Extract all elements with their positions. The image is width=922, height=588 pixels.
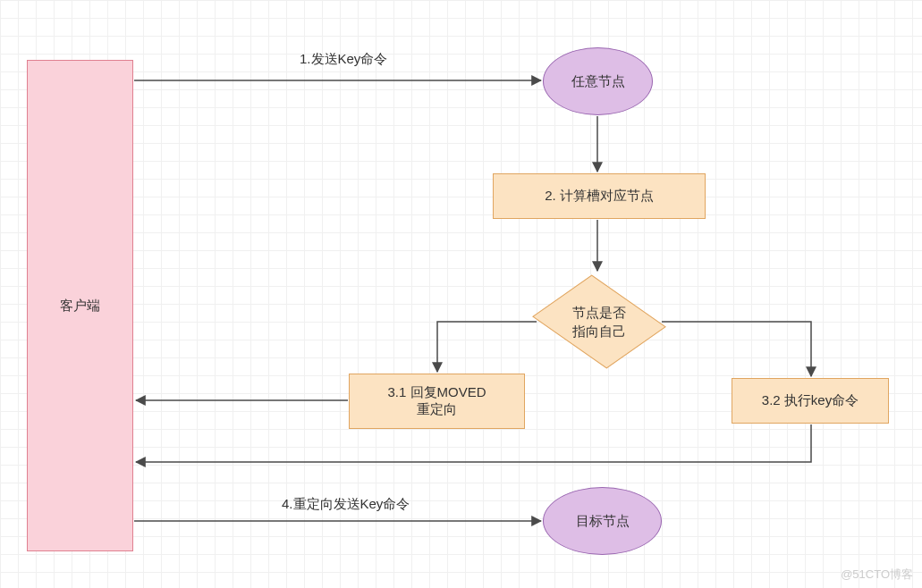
decision-diamond: 节点是否 指向自己 bbox=[537, 273, 662, 371]
watermark: @51CTO博客 bbox=[841, 567, 913, 583]
edge-label-4: 4.重定向发送Key命令 bbox=[282, 496, 410, 513]
step31-box: 3.1 回复MOVED 重定向 bbox=[349, 374, 525, 429]
step2-label: 2. 计算槽对应节点 bbox=[545, 188, 654, 205]
edge-label-1: 1.发送Key命令 bbox=[300, 51, 387, 68]
client-label: 客户端 bbox=[60, 298, 100, 315]
step32-box: 3.2 执行key命令 bbox=[732, 378, 889, 424]
target-node-label: 目标节点 bbox=[576, 513, 630, 530]
client-box: 客户端 bbox=[27, 60, 133, 551]
any-node-ellipse: 任意节点 bbox=[543, 47, 653, 115]
any-node-label: 任意节点 bbox=[571, 73, 625, 90]
step32-label: 3.2 执行key命令 bbox=[762, 392, 859, 409]
step31-line1: 3.1 回复MOVED bbox=[387, 384, 486, 401]
step2-box: 2. 计算槽对应节点 bbox=[493, 173, 706, 219]
decision-label: 节点是否 指向自己 bbox=[537, 273, 662, 371]
grid-background bbox=[0, 0, 922, 588]
step31-line2: 重定向 bbox=[387, 401, 486, 418]
target-node-ellipse: 目标节点 bbox=[543, 487, 662, 555]
